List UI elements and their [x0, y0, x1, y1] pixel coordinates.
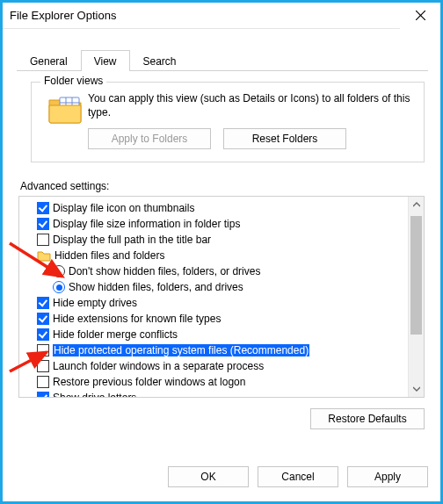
item-label: Display the full path in the title bar — [53, 234, 211, 246]
list-item[interactable]: Restore previous folder windows at logon — [25, 374, 404, 390]
cancel-button[interactable]: Cancel — [258, 466, 338, 487]
list-item[interactable]: Display the full path in the title bar — [25, 232, 404, 248]
checkbox-checked-icon[interactable] — [37, 202, 49, 214]
list-item[interactable]: Hide empty drives — [25, 295, 404, 311]
dialog-window: File Explorer Options General View Searc… — [0, 0, 443, 504]
apply-to-folders-button[interactable]: Apply to Folders — [88, 128, 211, 149]
item-label: Hidden files and folders — [54, 249, 164, 262]
item-label: Hide extensions for known file types — [53, 313, 221, 325]
tab-content-view: Folder views You can apply this view (su… — [3, 71, 440, 429]
scroll-down-button[interactable] — [409, 381, 424, 397]
ok-button[interactable]: OK — [168, 466, 249, 487]
tab-search[interactable]: Search — [130, 50, 190, 71]
item-label: Hide empty drives — [53, 297, 137, 309]
checkbox-unchecked-icon[interactable] — [37, 234, 49, 246]
tab-row: General View Search — [3, 29, 440, 71]
checkbox-checked-icon[interactable] — [37, 218, 49, 230]
checkbox-checked-icon[interactable] — [37, 392, 49, 397]
checkbox-unchecked-icon[interactable] — [37, 344, 49, 356]
checkbox-checked-icon[interactable] — [37, 328, 49, 341]
checkbox-checked-icon[interactable] — [37, 313, 49, 325]
item-label: Launch folder windows in a separate proc… — [53, 360, 264, 372]
folder-views-group: Folder views You can apply this view (su… — [31, 82, 425, 162]
dialog-button-row: OK Cancel Apply — [3, 461, 440, 501]
advanced-settings-box: Display file icon on thumbnails Display … — [18, 196, 425, 398]
item-label: Display file icon on thumbnails — [53, 202, 194, 214]
close-button[interactable] — [400, 3, 440, 29]
chevron-up-icon — [413, 202, 420, 207]
advanced-settings-list: Display file icon on thumbnails Display … — [19, 197, 408, 397]
list-item-hide-protected[interactable]: Hide protected operating system files (R… — [25, 342, 404, 358]
item-label: Hide folder merge conflicts — [53, 328, 178, 341]
list-item[interactable]: Hide extensions for known file types — [25, 311, 404, 327]
window-title: File Explorer Options — [10, 9, 400, 22]
restore-defaults-button[interactable]: Restore Defaults — [310, 408, 425, 429]
item-label: Show drive letters — [53, 392, 136, 397]
list-item[interactable]: Show drive letters — [25, 390, 404, 397]
advanced-settings-label: Advanced settings: — [20, 180, 425, 192]
list-item[interactable]: Display file size information in folder … — [25, 216, 404, 232]
reset-folders-button[interactable]: Reset Folders — [223, 128, 346, 149]
groupbox-legend: Folder views — [40, 75, 106, 87]
titlebar: File Explorer Options — [3, 3, 440, 29]
list-item: Hidden files and folders — [25, 248, 404, 263]
item-label: Display file size information in folder … — [53, 218, 240, 230]
checkbox-unchecked-icon[interactable] — [37, 360, 49, 372]
list-item[interactable]: Launch folder windows in a separate proc… — [25, 358, 404, 374]
item-label: Restore previous folder windows at logon — [53, 376, 245, 388]
tab-general[interactable]: General — [17, 50, 81, 71]
scroll-thumb[interactable] — [410, 216, 422, 334]
scrollbar[interactable] — [408, 197, 424, 397]
list-item[interactable]: Display file icon on thumbnails — [25, 200, 404, 216]
list-item[interactable]: Show hidden files, folders, and drives — [25, 279, 404, 295]
item-label: Don't show hidden files, folders, or dri… — [69, 265, 260, 277]
checkbox-unchecked-icon[interactable] — [37, 376, 49, 388]
folder-views-icon — [42, 90, 88, 128]
close-icon — [416, 11, 425, 20]
list-item[interactable]: Hide folder merge conflicts — [25, 327, 404, 342]
apply-button[interactable]: Apply — [347, 466, 428, 487]
folder-views-desc: You can apply this view (such as Details… — [88, 90, 413, 128]
scroll-track[interactable] — [409, 212, 424, 381]
folder-icon — [37, 249, 51, 262]
scroll-up-button[interactable] — [409, 197, 424, 212]
item-label-selected: Hide protected operating system files (R… — [53, 344, 309, 356]
chevron-down-icon — [413, 386, 420, 392]
radio-unchecked-icon[interactable] — [53, 265, 65, 277]
checkbox-checked-icon[interactable] — [37, 297, 49, 309]
tab-view[interactable]: View — [81, 50, 130, 71]
list-item[interactable]: Don't show hidden files, folders, or dri… — [25, 263, 404, 279]
radio-checked-icon[interactable] — [53, 281, 65, 293]
item-label: Show hidden files, folders, and drives — [69, 281, 243, 293]
